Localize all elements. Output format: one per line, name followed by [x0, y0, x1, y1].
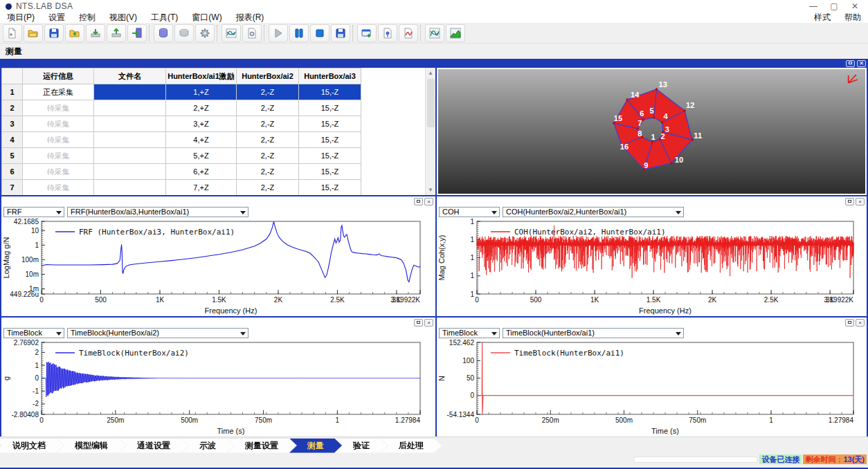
table-cell[interactable] [94, 132, 166, 148]
tab-测量[interactable]: 测量 [289, 439, 342, 453]
exit-button[interactable] [127, 24, 147, 42]
mesh-node[interactable] [684, 110, 686, 112]
mesh-node[interactable] [626, 99, 629, 101]
table-cell[interactable]: 5 [2, 148, 23, 164]
table-cell[interactable]: 2 [2, 100, 23, 116]
panel-close-button[interactable]: × [856, 198, 865, 205]
settings-button[interactable] [195, 24, 215, 42]
dock-close-button[interactable]: ✕ [857, 60, 866, 67]
table-cell[interactable]: 15,-Z [299, 148, 361, 164]
tab-通道设置[interactable]: 通道设置 [119, 439, 188, 453]
table-cell[interactable]: 待采集 [23, 132, 94, 148]
table-cell[interactable] [94, 164, 166, 180]
table-cell[interactable]: 待采集 [23, 100, 94, 116]
table-cell[interactable]: 2,-Z [237, 164, 299, 180]
coh-signal-select[interactable]: COH(HunterBox/ai2,HunterBox/ai1) [503, 207, 684, 217]
save-as-button[interactable] [65, 24, 84, 42]
mesh-node[interactable] [661, 122, 663, 124]
table-cell[interactable]: 待采集 [23, 148, 94, 164]
table-row[interactable]: 2待采集2,+Z2,-Z15,-Z [2, 100, 361, 116]
menu-item-3[interactable]: 视图(V) [102, 12, 144, 24]
panel-float-button[interactable] [414, 319, 423, 327]
tab-说明文档[interactable]: 说明文档 [0, 439, 64, 453]
import-data-button[interactable] [86, 24, 105, 42]
table-cell[interactable] [94, 180, 166, 196]
table-cell[interactable]: 6,+Z [166, 164, 237, 180]
tb1-signal-select[interactable]: TimeBlock(HunterBox/ai1) [503, 328, 684, 338]
mesh-node[interactable] [662, 131, 664, 134]
scroll-up-icon[interactable]: ▲ [426, 68, 435, 78]
open-project-button[interactable] [24, 24, 43, 42]
tb2-type-select[interactable]: TimeBlock [3, 328, 64, 338]
minimize-button[interactable]: — [803, 0, 824, 12]
menu-item-0[interactable]: 项目(P) [0, 12, 42, 24]
stop-button[interactable] [310, 24, 329, 42]
scroll-thumb[interactable] [427, 79, 435, 127]
table-cell[interactable]: 4,+Z [166, 132, 237, 148]
table-header-5[interactable]: HunterBox/ai3 [299, 68, 361, 84]
model-3d-view[interactable]: 12345678910111213141516 [438, 69, 865, 194]
table-cell[interactable]: 2,-Z [237, 84, 299, 100]
table-row[interactable]: 1正在采集1,+Z2,-Z15,-Z [2, 84, 361, 100]
table-scrollbar[interactable]: ▲ ▼ [425, 68, 435, 195]
coh-type-select[interactable]: COH [439, 207, 500, 217]
table-cell[interactable]: 待采集 [23, 180, 94, 196]
tb1-type-select[interactable]: TimeBlock [439, 328, 500, 338]
scroll-down-icon[interactable]: ▼ [426, 185, 435, 195]
table-cell[interactable]: 2,-Z [237, 132, 299, 148]
table-header-1[interactable]: 运行信息 [23, 68, 94, 84]
table-header-0[interactable] [2, 68, 23, 84]
report-chart-button[interactable] [399, 24, 418, 42]
table-cell[interactable]: 1 [2, 84, 23, 100]
frf-chart[interactable]: 05001K1.5K2K2.5K3K3.19922K42.1685101100m… [1, 218, 431, 315]
table-cell[interactable]: 15,-Z [299, 180, 361, 196]
table-row[interactable]: 3待采集3,+Z2,-Z15,-Z [2, 116, 361, 132]
table-cell[interactable]: 15,-Z [299, 116, 361, 132]
table-row[interactable]: 5待采集5,+Z2,-Z15,-Z [2, 148, 361, 164]
table-cell[interactable]: 15,-Z [299, 132, 361, 148]
table-cell[interactable]: 正在采集 [23, 84, 94, 100]
menu-item-2[interactable]: 控制 [72, 12, 102, 24]
tb1-chart[interactable]: 0250m500m750m11.27984152.462100500-54.13… [437, 339, 865, 436]
new-project-button[interactable] [3, 24, 22, 42]
coh-chart[interactable]: 05001K1.5K2K2.5K3K3.19922K11111Frequency… [437, 218, 865, 315]
maximize-button[interactable]: ▢ [824, 0, 844, 12]
panel-float-button[interactable] [414, 198, 423, 205]
model-view-panel[interactable]: 12345678910111213141516 [437, 68, 867, 195]
table-cell[interactable]: 2,-Z [237, 116, 299, 132]
panel-close-button[interactable]: × [424, 198, 433, 205]
area-chart-button[interactable] [446, 24, 465, 42]
menu-item-6[interactable]: 报表(R) [229, 12, 271, 24]
table-header-2[interactable]: 文件名 [94, 68, 166, 84]
save-data-button[interactable] [331, 24, 350, 42]
dock-float-button[interactable] [846, 60, 855, 67]
tab-测量设置[interactable]: 测量设置 [227, 439, 296, 453]
table-cell[interactable]: 5,+Z [166, 148, 237, 164]
storage-button[interactable] [174, 24, 194, 42]
panel-float-button[interactable] [845, 319, 854, 327]
tb2-chart[interactable]: 0250m500m750m11.279842.76902210-1-2-2.80… [1, 339, 431, 436]
table-cell[interactable]: 15,-Z [299, 164, 361, 180]
export-data-button[interactable] [107, 24, 126, 42]
close-button[interactable]: ✕ [844, 0, 865, 12]
database-button[interactable] [154, 24, 173, 42]
frf-type-select[interactable]: FRF [3, 207, 64, 217]
table-cell[interactable] [94, 148, 166, 164]
table-header-4[interactable]: HunterBox/ai2 [237, 68, 299, 84]
tab-模型编辑[interactable]: 模型编辑 [57, 439, 126, 453]
table-cell[interactable]: 4 [2, 132, 23, 148]
table-cell[interactable] [94, 116, 166, 132]
table-cell[interactable]: 2,-Z [237, 180, 299, 196]
table-cell[interactable]: 2,+Z [166, 100, 237, 116]
run-button[interactable] [269, 24, 288, 42]
menu-right-item-0[interactable]: 样式 [807, 12, 838, 24]
tab-后处理[interactable]: 后处理 [381, 439, 442, 453]
table-cell[interactable]: 3,+Z [166, 116, 237, 132]
tb2-signal-select[interactable]: TimeBlock(HunterBox/ai2) [67, 328, 248, 338]
tab-验证[interactable]: 验证 [335, 439, 388, 453]
table-cell[interactable]: 7 [2, 180, 23, 196]
table-cell[interactable]: 1,+Z [166, 84, 237, 100]
table-row[interactable]: 6待采集6,+Z2,-Z15,-Z [2, 164, 361, 180]
table-row[interactable]: 4待采集4,+Z2,-Z15,-Z [2, 132, 361, 148]
table-cell[interactable]: 待采集 [23, 116, 94, 132]
